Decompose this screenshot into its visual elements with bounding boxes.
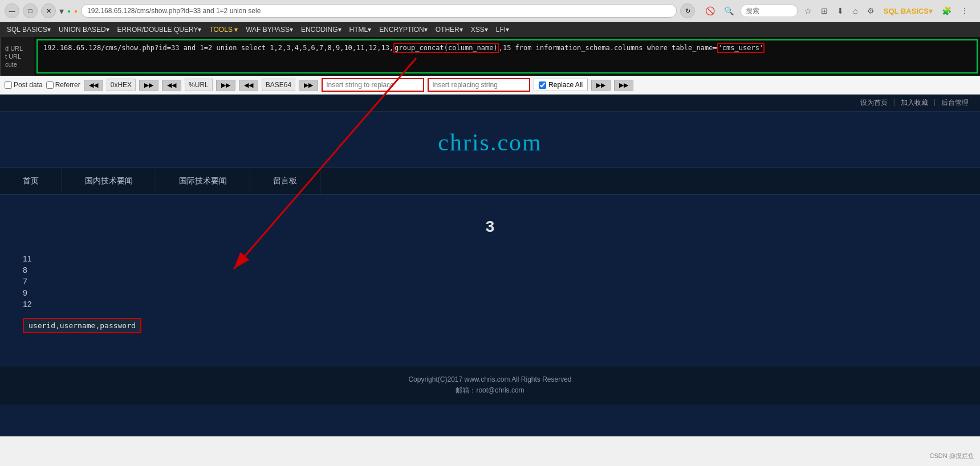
- arrow-left-url[interactable]: ◀◀: [162, 80, 181, 91]
- arrow-left-hex[interactable]: ◀◀: [84, 80, 103, 91]
- url-highlight-group-concat: group_concat(column_name): [393, 43, 499, 53]
- site-footer: Copyright(C)2017 www.chris.com All Right…: [0, 366, 980, 404]
- settings-icon[interactable]: ⚙: [865, 5, 877, 17]
- site-main: 3 11 8 7 9 12 userid,username,password: [0, 195, 980, 366]
- site-topbar: 设为首页 | 加入收藏 | 后台管理: [0, 95, 980, 112]
- arrow-right-url[interactable]: ▶▶: [216, 80, 235, 91]
- replacing-string-input[interactable]: [428, 78, 530, 92]
- post-data-checkbox-label[interactable]: Post data: [5, 81, 43, 89]
- window-close[interactable]: ✕: [41, 3, 56, 18]
- replace-all-checkbox[interactable]: [539, 81, 546, 89]
- url-text: 192.168.65.128/cms/show.php?id=33 and 1=…: [87, 7, 261, 15]
- hackbar-url-input[interactable]: 192.168.65.128/cms/show.php?id=33 and 1=…: [36, 39, 978, 73]
- web-content: 设为首页 | 加入收藏 | 后台管理 chris.com 首页 国内技术要闻 国…: [0, 95, 980, 436]
- arrow-right-base64[interactable]: ▶▶: [299, 80, 318, 91]
- download-icon[interactable]: ⬇: [835, 5, 846, 17]
- list-item: 9: [23, 287, 957, 299]
- url-highlight-table-name: 'cms_users': [717, 43, 765, 53]
- referrer-checkbox[interactable]: [46, 81, 54, 89]
- arrow-left-base64[interactable]: ◀◀: [239, 80, 258, 91]
- toolbar-item-waf[interactable]: WAF BYPASS▾: [243, 24, 295, 35]
- footer-email: 邮箱：root@chris.com: [9, 386, 971, 395]
- toolbar-item-html[interactable]: HTML▾: [347, 24, 374, 35]
- data-list: 11 8 7 9 12: [23, 247, 957, 316]
- nav-item-international[interactable]: 国际技术要闻: [156, 168, 250, 194]
- hackbar-container: d URL t URL cute 192.168.65.128/cms/show…: [0, 37, 980, 76]
- label-d-url[interactable]: d URL: [5, 44, 30, 52]
- arrow-right-final1[interactable]: ▶▶: [591, 80, 611, 91]
- nav-indicator-orange: ●: [74, 8, 78, 14]
- string-to-replace-input[interactable]: [322, 78, 424, 92]
- nav-dot-back: ▾: [59, 6, 64, 17]
- nav-item-guestbook[interactable]: 留言板: [250, 168, 320, 194]
- hackbar-labels: d URL t URL cute: [0, 37, 34, 76]
- list-item: 11: [23, 253, 957, 264]
- post-data-label: Post data: [14, 81, 43, 89]
- toolbar-item-encoding[interactable]: ENCODING▾: [299, 24, 344, 35]
- star-icon[interactable]: ☆: [802, 5, 814, 17]
- list-item: 7: [23, 276, 957, 287]
- site-header: chris.com: [0, 112, 980, 167]
- referrer-checkbox-label[interactable]: Referrer: [46, 81, 80, 89]
- nav-item-domestic[interactable]: 国内技术要闻: [62, 168, 156, 194]
- toolbar-item-other[interactable]: OTHER▾: [433, 24, 465, 35]
- url-bar[interactable]: 192.168.65.128/cms/show.php?id=33 and 1=…: [81, 4, 677, 18]
- puzzle-icon[interactable]: 🧩: [940, 5, 954, 17]
- window-minimize[interactable]: —: [5, 3, 19, 18]
- sql-result-highlight: userid,username,password: [23, 318, 141, 333]
- js-icon[interactable]: SQL BASICS▾: [881, 6, 935, 17]
- toolbar-item-xss[interactable]: XSS▾: [469, 24, 490, 35]
- browser-chrome: — □ ✕ ▾ ● ● 192.168.65.128/cms/show.php?…: [0, 0, 980, 22]
- window-maximize[interactable]: □: [23, 3, 38, 18]
- browser-titlebar: — □ ✕ ▾ ● ● 192.168.65.128/cms/show.php?…: [0, 0, 980, 22]
- hackbar-toolbar: SQL BASICS▾ UNION BASED▾ ERROR/DOUBLE QU…: [0, 22, 980, 37]
- topbar-link-home[interactable]: 设为首页: [860, 98, 888, 108]
- replace-bar: Post data Referrer ◀◀ 0xHEX ▶▶ ◀◀ %URL ▶…: [0, 76, 980, 95]
- url-encode-label: %URL: [185, 79, 213, 91]
- nav-indicator-green: ●: [67, 8, 71, 14]
- site-logo: chris.com: [0, 129, 980, 156]
- hex-label: 0xHEX: [107, 79, 136, 91]
- referrer-label: Referrer: [55, 81, 80, 89]
- main-number: 3: [23, 206, 957, 247]
- topbar-link-favorites[interactable]: 加入收藏: [901, 98, 928, 108]
- toolbar-item-lfi[interactable]: LFI▾: [494, 24, 511, 35]
- menu-icon[interactable]: ⋮: [958, 5, 971, 17]
- label-t-url[interactable]: t URL: [5, 52, 30, 60]
- toolbar-item-encryption[interactable]: ENCRYPTION▾: [377, 24, 429, 35]
- arrow-right-final2[interactable]: ▶▶: [614, 80, 633, 91]
- label-cute[interactable]: cute: [5, 60, 30, 68]
- replace-all-btn[interactable]: Replace All: [534, 79, 588, 91]
- site-nav: 首页 国内技术要闻 国际技术要闻 留言板: [0, 167, 980, 195]
- reload-btn[interactable]: ↻: [680, 3, 695, 18]
- arrow-right-hex[interactable]: ▶▶: [139, 80, 158, 91]
- post-data-checkbox[interactable]: [5, 81, 12, 89]
- toolbar-item-union[interactable]: UNION BASED▾: [56, 24, 112, 35]
- no-icon[interactable]: 🚫: [703, 5, 717, 17]
- home-icon[interactable]: ⌂: [851, 5, 860, 17]
- list-item: 8: [23, 264, 957, 276]
- toolbar-item-error[interactable]: ERROR/DOUBLE QUERY▾: [115, 24, 204, 35]
- base64-label: BASE64: [262, 79, 295, 91]
- nav-item-home[interactable]: 首页: [0, 168, 62, 194]
- replace-all-label: Replace All: [548, 81, 583, 89]
- grid-icon[interactable]: ⊞: [819, 5, 830, 17]
- toolbar-item-sql[interactable]: SQL BASICS▾: [5, 24, 53, 35]
- search-input[interactable]: [741, 5, 798, 17]
- search-icon: 🔍: [722, 5, 736, 17]
- browser-icons: 🚫 🔍 ☆ ⊞ ⬇ ⌂ ⚙ SQL BASICS▾ 🧩 ⋮: [698, 5, 975, 17]
- footer-copyright: Copyright(C)2017 www.chris.com All Right…: [9, 375, 971, 383]
- topbar-link-admin[interactable]: 后台管理: [941, 98, 969, 108]
- list-item: 12: [23, 299, 957, 310]
- toolbar-item-tools[interactable]: TOOLS ▾: [207, 24, 240, 35]
